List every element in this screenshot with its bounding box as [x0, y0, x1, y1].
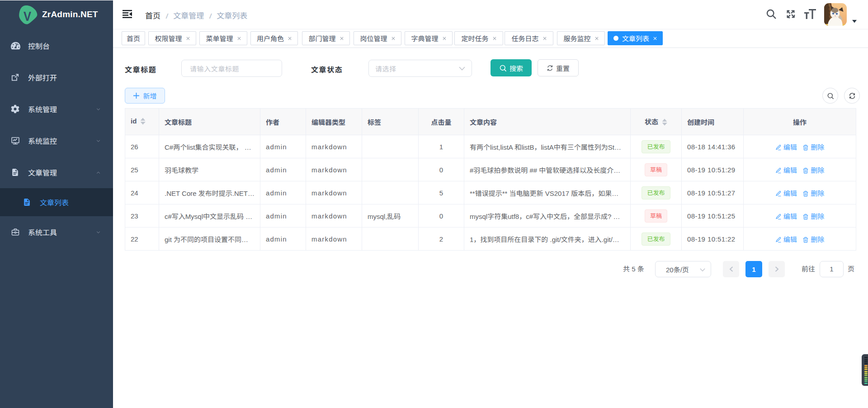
svg-text:V: V: [24, 9, 31, 24]
